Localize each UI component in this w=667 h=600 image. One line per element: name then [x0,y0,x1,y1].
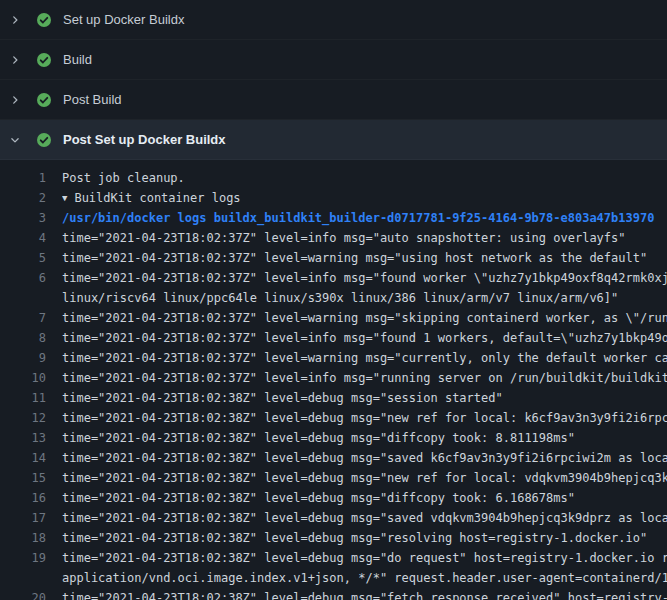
log-line: 17 time="2021-04-23T18:02:38Z" level=deb… [0,508,667,528]
line-text-content: time="2021-04-23T18:02:37Z" level=info m… [62,331,667,345]
log-line: 10 time="2021-04-23T18:02:37Z" level=inf… [0,368,667,388]
line-text-content: linux/riscv64 linux/ppc64le linux/s390x … [62,291,618,305]
line-text: application/vnd.oci.image.index.v1+json,… [62,568,667,588]
step-label: Build [63,52,92,67]
line-number[interactable]: 19 [0,548,46,568]
steps-list: Set up Docker Buildx Build Post Build [0,0,667,160]
workflow-log-viewer: Set up Docker Buildx Build Post Build [0,0,667,600]
step-header[interactable]: Build [0,40,667,80]
check-circle-icon [36,12,52,28]
line-text: time="2021-04-23T18:02:38Z" level=debug … [62,488,667,508]
log-line: 8 time="2021-04-23T18:02:37Z" level=info… [0,328,667,348]
log-line: 1 Post job cleanup. [0,168,667,188]
line-text: ▼BuildKit container logs [62,188,667,208]
line-text-content: time="2021-04-23T18:02:38Z" level=debug … [62,531,647,545]
log-line: 19 time="2021-04-23T18:02:38Z" level=deb… [0,548,667,568]
line-number[interactable]: 9 [0,348,46,368]
line-text: time="2021-04-23T18:02:38Z" level=debug … [62,428,667,448]
log-line: 7 time="2021-04-23T18:02:37Z" level=warn… [0,308,667,328]
log-line: 13 time="2021-04-23T18:02:38Z" level=deb… [0,428,667,448]
step-label: Post Build [63,92,122,107]
line-text: time="2021-04-23T18:02:38Z" level=debug … [62,408,667,428]
step-header[interactable]: Set up Docker Buildx [0,0,667,40]
log-line: 5 time="2021-04-23T18:02:37Z" level=warn… [0,248,667,268]
line-number[interactable]: 5 [0,248,46,268]
line-number[interactable]: 17 [0,508,46,528]
check-circle-icon [36,92,52,108]
line-text-content: time="2021-04-23T18:02:37Z" level=info m… [62,371,667,385]
line-text: time="2021-04-23T18:02:37Z" level=info m… [62,228,667,248]
line-text: time="2021-04-23T18:02:38Z" level=debug … [62,548,667,568]
log-line: 18 time="2021-04-23T18:02:38Z" level=deb… [0,528,667,548]
line-text: time="2021-04-23T18:02:37Z" level=info m… [62,328,667,348]
line-number[interactable]: 2 [0,188,46,208]
chevron-right-icon [10,95,36,105]
log-line: 11 time="2021-04-23T18:02:38Z" level=deb… [0,388,667,408]
line-number[interactable] [0,568,46,588]
log-line: 20 time="2021-04-23T18:02:38Z" level=deb… [0,588,667,600]
line-text: time="2021-04-23T18:02:37Z" level=warnin… [62,308,667,328]
line-number[interactable]: 20 [0,588,46,600]
line-text: /usr/bin/docker logs buildx_buildkit_bui… [62,208,667,228]
log-line: 16 time="2021-04-23T18:02:38Z" level=deb… [0,488,667,508]
line-number[interactable]: 8 [0,328,46,348]
line-text-content: time="2021-04-23T18:02:38Z" level=debug … [62,431,575,445]
line-text-content: time="2021-04-23T18:02:38Z" level=debug … [62,391,503,405]
line-text-content: time="2021-04-23T18:02:38Z" level=debug … [62,411,667,425]
line-number[interactable]: 4 [0,228,46,248]
line-text: time="2021-04-23T18:02:37Z" level=warnin… [62,248,667,268]
log-line: 9 time="2021-04-23T18:02:37Z" level=warn… [0,348,667,368]
line-number[interactable]: 11 [0,388,46,408]
line-text-content: time="2021-04-23T18:02:37Z" level=warnin… [62,351,667,365]
line-text-content: time="2021-04-23T18:02:37Z" level=info m… [62,231,626,245]
line-text-content: time="2021-04-23T18:02:37Z" level=warnin… [62,251,647,265]
line-number[interactable]: 10 [0,368,46,388]
line-text: time="2021-04-23T18:02:37Z" level=warnin… [62,348,667,368]
line-number[interactable]: 13 [0,428,46,448]
line-number[interactable]: 14 [0,448,46,468]
group-toggle-icon[interactable]: ▼ [62,188,67,208]
line-number[interactable]: 7 [0,308,46,328]
line-text: time="2021-04-23T18:02:37Z" level=info m… [62,268,667,288]
line-text-content: BuildKit container logs [74,191,240,205]
line-text-content: time="2021-04-23T18:02:38Z" level=debug … [62,471,667,485]
step-label: Set up Docker Buildx [63,12,184,27]
line-number[interactable]: 18 [0,528,46,548]
line-text: time="2021-04-23T18:02:38Z" level=debug … [62,528,667,548]
step-label: Post Set up Docker Buildx [63,132,226,147]
line-text-content: /usr/bin/docker logs buildx_buildkit_bui… [62,211,654,225]
line-number[interactable]: 12 [0,408,46,428]
log-line: 6 time="2021-04-23T18:02:37Z" level=info… [0,268,667,288]
check-circle-icon [36,132,52,148]
line-number[interactable]: 3 [0,208,46,228]
line-text: linux/riscv64 linux/ppc64le linux/s390x … [62,288,667,308]
check-circle-icon [36,52,52,68]
line-text-content: time="2021-04-23T18:02:38Z" level=debug … [62,551,667,565]
log-line: 12 time="2021-04-23T18:02:38Z" level=deb… [0,408,667,428]
log-line: linux/riscv64 linux/ppc64le linux/s390x … [0,288,667,308]
chevron-right-icon [10,55,36,65]
line-number[interactable] [0,288,46,308]
line-text-content: Post job cleanup. [62,171,185,185]
line-text: time="2021-04-23T18:02:38Z" level=debug … [62,588,667,600]
line-text: time="2021-04-23T18:02:38Z" level=debug … [62,508,667,528]
line-number[interactable]: 1 [0,168,46,188]
line-text: time="2021-04-23T18:02:38Z" level=debug … [62,468,667,488]
line-text-content: time="2021-04-23T18:02:37Z" level=warnin… [62,311,667,325]
log-line: 3 /usr/bin/docker logs buildx_buildkit_b… [0,208,667,228]
step-header[interactable]: Post Set up Docker Buildx [0,120,667,160]
line-text: Post job cleanup. [62,168,667,188]
line-text-content: time="2021-04-23T18:02:38Z" level=debug … [62,591,667,600]
line-text-content: time="2021-04-23T18:02:37Z" level=info m… [62,271,667,285]
log-line: 14 time="2021-04-23T18:02:38Z" level=deb… [0,448,667,468]
line-number[interactable]: 15 [0,468,46,488]
line-number[interactable]: 16 [0,488,46,508]
chevron-right-icon [10,15,36,25]
log-line: 2 ▼BuildKit container logs [0,188,667,208]
line-text: time="2021-04-23T18:02:38Z" level=debug … [62,448,667,468]
line-number[interactable]: 6 [0,268,46,288]
log-line: 4 time="2021-04-23T18:02:37Z" level=info… [0,228,667,248]
log-line: application/vnd.oci.image.index.v1+json,… [0,568,667,588]
step-header[interactable]: Post Build [0,80,667,120]
line-text-content: time="2021-04-23T18:02:38Z" level=debug … [62,491,575,505]
